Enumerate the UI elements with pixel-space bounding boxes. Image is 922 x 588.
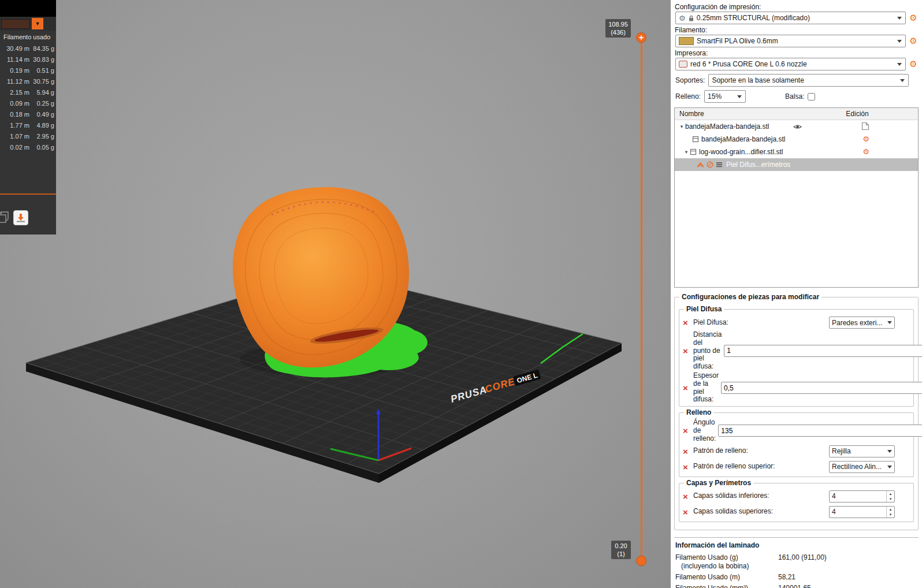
layers-icon [716,162,723,168]
table-row: 0.02 m0.05 g [2,142,54,152]
info-row-filament-g: Filamento Usado (g) (incluyendo la bobin… [674,553,919,571]
infill-title: Relleno [684,408,713,416]
spin-down-icon[interactable]: ▾ [887,512,894,518]
spin-up-icon[interactable]: ▴ [887,491,894,497]
legend-divider [0,193,56,195]
legend-dropdown-button[interactable]: ▼ [32,18,43,29]
fuzzy-skin-combo[interactable]: Paredes exteri... [829,317,895,329]
infill-value: 15% [708,92,734,101]
sliced-info-panel: Información del laminado Filamento Usado… [674,537,919,588]
infill-pattern-combo[interactable]: Rejilla [829,445,895,457]
fuzzy-thick-input[interactable] [721,382,922,394]
filament-m-label: Filamento Usado (m) [674,573,778,582]
filament-length: 1.07 m [3,133,29,140]
viewport-3d[interactable]: PRUSA CORE ONE L ▼ Filamento usado 30.49… [0,0,670,588]
bottom-layers-label: Capas sólidas inferiores: [693,492,829,500]
edit-icon[interactable] [861,122,869,131]
fuzzy-dist-input[interactable] [724,345,922,357]
volume-row-modifier[interactable]: ▾ log-wood-grain...difier.stl.stl ⚙ [675,146,918,158]
volume-row-bandeja[interactable]: bandejaMadera-bandeja.stl ⚙ [675,133,918,146]
fuzzy-skin-label: Piel Difusa: [693,319,829,327]
chevron-down-icon [887,466,892,468]
fuzzy-thick-row: × Espesor de la piel difusa: mm [681,371,912,404]
printer-combo[interactable]: red 6 * Prusa CORE One L 0.6 nozzle [675,58,906,70]
fuzzy-skin-title: Piel Difusa [684,305,724,313]
print-settings-combo[interactable]: ⚙ 0.25mm STRUCTURAL (modificado) [675,12,906,24]
remove-setting-icon[interactable]: × [683,383,693,393]
modifiers-title: Configuraciones de piezas para modificar [679,293,821,301]
layers-title: Capas y Perímetros [684,479,753,487]
remove-setting-icon[interactable]: × [683,346,693,356]
filament-weight: 30.83 g [29,56,54,63]
prusaslicer-window: PRUSA CORE ONE L ▼ Filamento usado 30.49… [0,0,922,588]
slider-track[interactable] [641,38,642,560]
infill-label: Relleno: [675,92,701,101]
settings-row-selected[interactable]: Piel Difus...erímetros [675,158,918,171]
printer-label: Impresora: [675,49,918,57]
slider-bottom-handle[interactable] [636,556,646,566]
filament-value: SmartFil PLA Olive 0.6mm [697,37,894,45]
infill-angle-input[interactable] [718,425,922,437]
filament-g-label: Filamento Usado (g) [675,553,738,561]
legend-header-bar [0,0,56,17]
tree-expand-icon[interactable]: ▾ [683,149,690,155]
filament-g-value: 161,00 (911,00) [778,553,919,571]
infill-top-value: Rectilíneo Alin... [832,463,885,471]
print-settings-gear-button[interactable]: ⚙ [908,12,919,24]
remove-setting-icon[interactable]: × [683,462,693,472]
legend-footer [0,210,56,226]
infill-pattern-label: Patrón de relleno: [693,447,829,455]
chevron-down-icon [887,450,892,453]
remove-setting-icon[interactable]: × [683,446,693,456]
remove-setting-icon[interactable]: × [683,426,693,436]
column-edit: Edición [797,110,918,118]
column-name: Nombre [675,110,797,118]
top-layers-stepper[interactable]: 4 ▴▾ [829,506,895,518]
filament-weight: 0.49 g [29,111,54,118]
fuzzy-thick-label: Espesor de la piel difusa: [693,372,721,404]
filament-length: 30.49 m [3,45,29,52]
info-row-filament-m: Filamento Usado (m) 58,21 [674,573,919,582]
raft-checkbox[interactable] [808,93,815,101]
object-row-bandeja[interactable]: ▾ bandejaMadera-bandeja.stl [675,120,918,133]
remove-setting-icon[interactable]: × [683,318,693,328]
gear-icon[interactable]: ⚙ [862,147,869,156]
object-name: bandejaMadera-bandeja.stl [685,122,769,131]
raft-label: Balsa: [785,92,804,101]
filament-length: 0.18 m [3,111,29,118]
infill-top-label: Patrón de relleno superior: [693,463,829,471]
sliced-info-title: Información del laminado [675,541,919,549]
fuzzy-dist-row: × Distancia del punto de piel difusa: mm [681,330,912,371]
chevron-down-icon [897,63,902,66]
spin-down-icon[interactable]: ▾ [887,496,894,502]
filament-weight: 0.25 g [29,100,54,107]
supports-combo[interactable]: Soporte en la base solamente [708,74,909,87]
remove-setting-icon[interactable]: × [683,507,693,517]
place-on-bed-icon[interactable] [13,210,28,225]
tree-expand-icon[interactable]: ▾ [678,124,685,129]
layer-slider[interactable]: + [635,32,647,566]
infill-angle-label: Ángulo de relleno: [693,419,718,442]
printer-gear-button[interactable]: ⚙ [908,58,919,70]
remove-setting-icon[interactable]: × [683,492,693,501]
fuzzy-skin-row: × Piel Difusa: Paredes exteri... [681,315,912,330]
filament-length: 1.77 m [3,122,29,129]
infill-pattern-value: Rejilla [832,447,885,455]
filament-gear-button[interactable]: ⚙ [908,35,919,47]
filament-length: 0.09 m [3,100,29,107]
chevron-down-icon [897,40,902,43]
infill-top-combo[interactable]: Rectilíneo Alin... [829,461,895,473]
slider-top-handle[interactable]: + [636,32,646,43]
legend-color-swatch [1,19,30,29]
infill-combo[interactable]: 15% [704,90,746,103]
filament-combo[interactable]: SmartFil PLA Olive 0.6mm [675,35,906,47]
filament-weight: 0.51 g [29,67,54,74]
filament-weight: 5.94 g [29,89,54,96]
bottom-layers-row: × Capas sólidas inferiores: 4 ▴▾ [681,489,912,504]
gear-icon[interactable]: ⚙ [862,135,869,143]
spin-up-icon[interactable]: ▴ [887,507,894,512]
legend-view-combo[interactable]: ▼ [0,17,56,31]
eye-icon[interactable] [793,124,802,130]
bottom-layers-stepper[interactable]: 4 ▴▾ [829,490,895,503]
cube-icon[interactable] [0,211,9,224]
